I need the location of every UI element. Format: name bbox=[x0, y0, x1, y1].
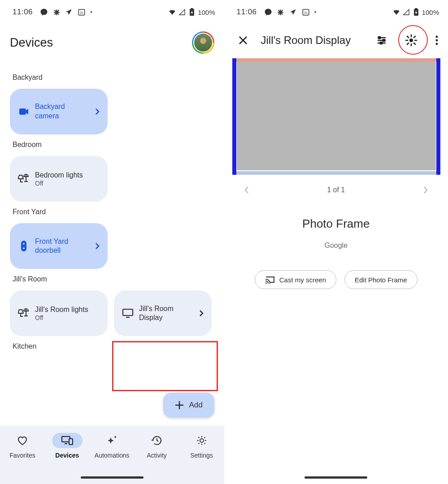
nav-activity[interactable]: Activity bbox=[136, 433, 178, 459]
svg-point-6 bbox=[23, 243, 25, 245]
nav-label: Activity bbox=[147, 452, 166, 459]
tile-bedroom-lights[interactable]: Bedroom lights Off bbox=[10, 156, 108, 202]
plus-icon bbox=[174, 400, 184, 410]
pager-text: 1 of 1 bbox=[327, 186, 345, 194]
detail-header-title: Jill's Room Display bbox=[261, 34, 362, 47]
edit-photo-frame-button[interactable]: Edit Photo Frame bbox=[344, 270, 418, 289]
tile-jillsroom-lights[interactable]: Jill's Room lights Off bbox=[10, 290, 108, 336]
gesture-handle[interactable] bbox=[81, 476, 144, 479]
svg-point-19 bbox=[409, 39, 413, 42]
nav-devices[interactable]: Devices bbox=[47, 433, 88, 459]
svg-rect-18 bbox=[380, 42, 382, 44]
svg-rect-10 bbox=[69, 439, 73, 445]
close-button[interactable] bbox=[235, 32, 251, 48]
messenger-icon bbox=[264, 8, 272, 16]
svg-rect-16 bbox=[378, 37, 380, 39]
add-button[interactable]: Add bbox=[163, 393, 214, 418]
devices-icon bbox=[61, 436, 74, 445]
button-label: Edit Photo Frame bbox=[355, 276, 407, 284]
slack-icon bbox=[52, 8, 61, 16]
camera-icon bbox=[18, 106, 30, 117]
calendar-icon: 31 bbox=[78, 8, 86, 16]
gear-icon bbox=[196, 435, 208, 446]
tile-state: Off bbox=[35, 180, 83, 187]
nav-label: Devices bbox=[55, 452, 79, 459]
profile-avatar[interactable] bbox=[192, 31, 214, 54]
svg-rect-4 bbox=[19, 108, 26, 115]
svg-rect-17 bbox=[383, 39, 385, 41]
display-icon bbox=[122, 307, 134, 319]
nav-label: Automations bbox=[95, 452, 130, 459]
signal-icon bbox=[402, 8, 410, 16]
svg-point-22 bbox=[436, 43, 438, 45]
svg-point-21 bbox=[436, 39, 438, 42]
lamp-icon bbox=[18, 307, 30, 319]
status-time: 11:06 bbox=[237, 8, 257, 17]
svg-point-20 bbox=[436, 36, 438, 38]
calendar-icon: 31 bbox=[302, 8, 310, 16]
nav-automations[interactable]: Automations bbox=[91, 433, 133, 459]
add-label: Add bbox=[189, 401, 202, 410]
svg-text:31: 31 bbox=[80, 11, 83, 15]
svg-point-7 bbox=[23, 247, 25, 249]
bottom-nav: Favorites Devices Automations Activity S… bbox=[0, 426, 224, 484]
history-icon bbox=[151, 435, 163, 446]
heart-icon bbox=[17, 435, 28, 446]
battery-percent: 100% bbox=[422, 9, 439, 16]
section-frontyard: Front Yard bbox=[13, 208, 212, 216]
tile-jillsroom-display[interactable]: Jill's Room Display bbox=[114, 290, 212, 336]
button-label: Cast my screen bbox=[279, 276, 326, 284]
telegram-icon bbox=[289, 8, 297, 16]
svg-rect-8 bbox=[123, 309, 133, 315]
page-title: Devices bbox=[10, 36, 53, 50]
detail-subtitle: Google bbox=[224, 242, 448, 250]
messenger-icon bbox=[40, 8, 48, 16]
photo-preview[interactable] bbox=[232, 58, 440, 175]
nav-label: Favorites bbox=[9, 452, 35, 459]
more-notifications-icon: • bbox=[90, 9, 92, 16]
overflow-button[interactable] bbox=[431, 30, 443, 50]
pager-prev[interactable] bbox=[240, 184, 253, 196]
section-jillsroom: Jill's Room bbox=[13, 275, 212, 283]
lamp-icon bbox=[18, 173, 30, 185]
tile-label: Jill's Room lights bbox=[35, 305, 88, 315]
settings-button[interactable] bbox=[401, 30, 421, 50]
status-time: 11:06 bbox=[13, 8, 33, 17]
tile-frontyard-doorbell[interactable]: Front Yard doorbell bbox=[10, 223, 108, 269]
battery-percent: 100% bbox=[198, 9, 215, 16]
pager-next[interactable] bbox=[419, 184, 432, 196]
wifi-icon bbox=[392, 8, 400, 16]
tile-state: Off bbox=[35, 314, 88, 321]
status-bar: 11:06 31 • 100% bbox=[224, 0, 448, 20]
devices-screen: 11:06 31 • 100% Devices Backyard bbox=[0, 0, 224, 484]
gear-icon bbox=[405, 34, 418, 47]
tile-label: Jill's Room Display bbox=[139, 304, 194, 322]
chevron-right-icon bbox=[95, 108, 100, 115]
svg-text:31: 31 bbox=[304, 11, 307, 15]
more-vert-icon bbox=[435, 35, 438, 45]
pager: 1 of 1 bbox=[224, 175, 448, 205]
svg-rect-15 bbox=[415, 8, 417, 9]
doorbell-icon bbox=[18, 240, 30, 252]
nav-settings[interactable]: Settings bbox=[181, 433, 222, 459]
tile-backyard-camera[interactable]: Backyard camera bbox=[10, 89, 108, 134]
sparkle-icon bbox=[106, 435, 118, 446]
tile-label: Bedroom lights bbox=[35, 171, 83, 180]
device-detail-screen: 11:06 31 • 100% Jill's Room Display bbox=[224, 0, 448, 484]
nav-favorites[interactable]: Favorites bbox=[2, 433, 43, 459]
cast-screen-button[interactable]: Cast my screen bbox=[255, 270, 336, 289]
svg-rect-5 bbox=[21, 241, 26, 251]
tile-label: Front Yard doorbell bbox=[35, 237, 90, 255]
gesture-handle[interactable] bbox=[304, 476, 367, 479]
telegram-icon bbox=[65, 8, 73, 16]
more-notifications-icon: • bbox=[314, 9, 317, 16]
svg-point-11 bbox=[200, 439, 204, 442]
svg-rect-3 bbox=[191, 8, 193, 9]
section-bedroom: Bedroom bbox=[13, 141, 212, 149]
equalizer-button[interactable] bbox=[372, 30, 391, 50]
signal-icon bbox=[178, 8, 186, 16]
nav-label: Settings bbox=[190, 452, 213, 459]
tile-label: Backyard camera bbox=[35, 102, 90, 121]
wifi-icon bbox=[168, 8, 176, 16]
status-bar: 11:06 31 • 100% bbox=[0, 0, 224, 20]
